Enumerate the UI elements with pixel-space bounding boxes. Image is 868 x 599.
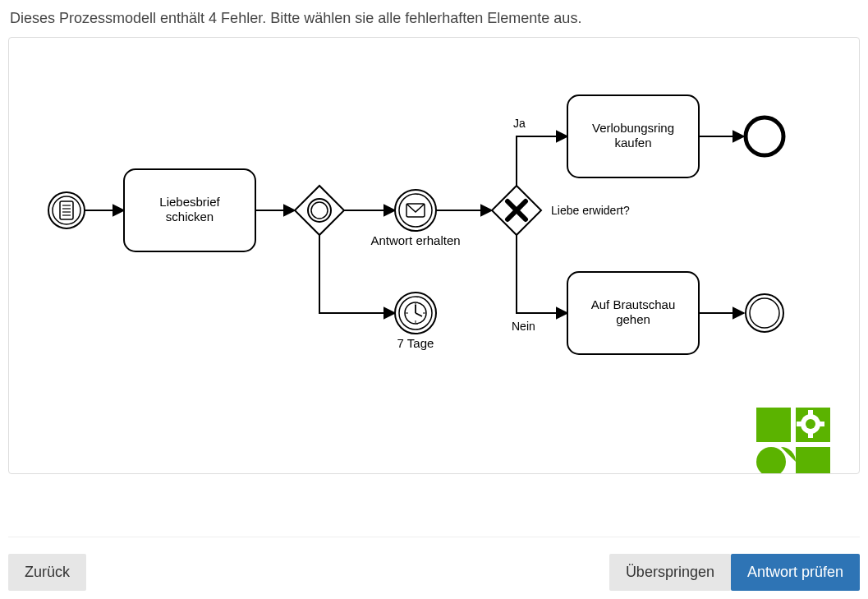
- skip-button[interactable]: Überspringen: [609, 554, 731, 591]
- svg-point-31: [756, 447, 786, 473]
- footer-bar: Zurück Überspringen Antwort prüfen: [8, 537, 860, 591]
- exclusive-gateway[interactable]: [492, 186, 541, 235]
- intermediate-message-label: Antwort erhalten: [370, 233, 460, 247]
- intermediate-timer-event[interactable]: [395, 293, 436, 334]
- check-answer-button[interactable]: Antwort prüfen: [731, 554, 860, 591]
- svg-point-37: [806, 419, 815, 429]
- svg-rect-29: [756, 408, 791, 442]
- svg-point-10: [311, 202, 328, 219]
- task-liebesbrief-label-2: schicken: [166, 210, 214, 223]
- gateway-question-label: Liebe erwidert?: [551, 204, 630, 217]
- instruction-text: Dieses Prozessmodell enthält 4 Fehler. B…: [10, 10, 860, 27]
- edge-label-ja: Ja: [513, 117, 526, 130]
- task-ring-label-2: kaufen: [614, 136, 651, 150]
- intermediate-message-event[interactable]: [395, 190, 436, 231]
- flow-xor-to-ring[interactable]: [517, 136, 567, 186]
- svg-rect-33: [808, 410, 813, 417]
- svg-rect-34: [808, 431, 813, 438]
- task-liebesbrief[interactable]: Liebesbrief schicken: [124, 169, 255, 251]
- envelope-icon: [406, 204, 425, 217]
- diagram-panel: Ja Nein Liebe erwidert? Liebesbrief schi…: [8, 37, 860, 474]
- edge-label-nein: Nein: [512, 320, 535, 333]
- svg-point-26: [746, 117, 783, 155]
- end-event[interactable]: [746, 294, 783, 332]
- flow-xor-to-brautschau[interactable]: [517, 235, 567, 313]
- task-brautschau[interactable]: Auf Brautschau gehen: [567, 272, 699, 354]
- task-brautschau-label-1: Auf Brautschau: [591, 297, 676, 311]
- brand-logo-icon: [756, 408, 830, 473]
- terminate-end-event[interactable]: [746, 117, 783, 155]
- svg-rect-36: [818, 422, 824, 426]
- event-based-gateway[interactable]: [295, 186, 344, 235]
- task-brautschau-label-2: gehen: [616, 312, 650, 326]
- start-event-conditional[interactable]: [48, 192, 85, 228]
- back-button[interactable]: Zurück: [8, 554, 86, 591]
- intermediate-timer-label: 7 Tage: [397, 336, 434, 350]
- task-ring-label-1: Verlobungsring: [592, 121, 674, 135]
- clock-icon: [405, 302, 426, 324]
- task-ring[interactable]: Verlobungsring kaufen: [567, 95, 699, 177]
- bpmn-diagram: Ja Nein Liebe erwidert? Liebesbrief schi…: [9, 38, 859, 473]
- svg-rect-2: [60, 201, 73, 219]
- svg-point-28: [750, 298, 779, 328]
- task-liebesbrief-label-1: Liebesbrief: [159, 195, 220, 209]
- svg-rect-35: [797, 422, 803, 426]
